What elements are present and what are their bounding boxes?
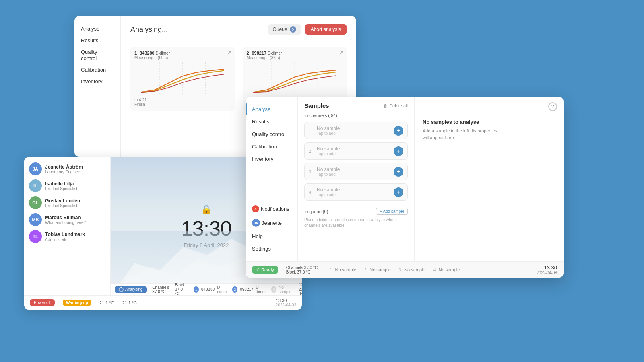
notifications-badge: 3 xyxy=(252,205,259,212)
properties-panel: ? No samples to analyse Add a sample to … xyxy=(415,97,564,261)
chart-1: ↗ 1 843280 D-dimer Measuring... (99 s) xyxy=(130,47,235,111)
mid-sample-2: 2 098217 D-dimer xyxy=(232,285,267,294)
footer-sample-label-1: No sample xyxy=(335,267,356,272)
queue-count: 0 xyxy=(290,26,296,33)
queue-hint: Place additional samples in queue to ana… xyxy=(304,217,408,228)
mid-block-temp: Block 37.0 °C xyxy=(175,283,185,296)
user-item-gl[interactable]: GL Gustav Lundén Product Specialist xyxy=(29,196,105,209)
sidebar-item-inventory[interactable]: Inventory xyxy=(81,77,114,86)
add-sample-btn-1[interactable]: + xyxy=(394,126,403,136)
front-nav-help[interactable]: Help xyxy=(246,230,297,243)
check-icon: ✓ xyxy=(256,267,260,272)
sample-row-4[interactable]: 4 No sample Tap to add + xyxy=(304,183,408,201)
channels-temp-label: 21.1 °C xyxy=(99,300,114,305)
spin-icon xyxy=(119,287,124,292)
delete-all-button[interactable]: 🗑 Delete all xyxy=(383,103,408,108)
footer-sample-label-3: No sample xyxy=(404,267,425,272)
sidebar-item-analyse[interactable]: Analyse xyxy=(81,24,114,33)
analysing-status-badge: Analysing xyxy=(115,286,147,293)
chart-1-id: 843280 xyxy=(140,51,155,56)
mid-sample-1: 1 843280 D-dimer xyxy=(194,285,228,294)
expand-icon-2[interactable]: ↗ xyxy=(339,50,343,56)
sample-text-2: No sample Tap to add xyxy=(317,146,390,156)
avatar-tl: TL xyxy=(29,230,42,243)
sidebar-item-calibration[interactable]: Calibration xyxy=(81,65,114,74)
samples-panel: Samples 🗑 Delete all In channels (0/4) 1… xyxy=(298,97,415,261)
user-item-mb[interactable]: MB Marcus Billman What am I doing here? xyxy=(29,213,105,226)
footer-date-main: 2022-04-03 xyxy=(276,303,296,307)
chart-2-label: 2 098217 D-dimer Measuring... (86 s) xyxy=(247,51,343,60)
footer-status: Warning up xyxy=(63,300,91,306)
footer-temp: Channels 37.0 °C Block 37.0 °C xyxy=(286,265,318,274)
sample-text-3: No sample Tap to add xyxy=(317,167,390,177)
no-samples-box: No samples to analyse Add a sample to th… xyxy=(423,119,503,141)
chart-1-test: D-dimer xyxy=(155,51,170,56)
power-off-button[interactable]: Power off xyxy=(30,299,55,306)
front-nav-settings[interactable]: Settings xyxy=(246,243,297,255)
sample-num-2: 2 xyxy=(232,286,237,293)
front-nav-results[interactable]: Results xyxy=(246,115,297,128)
mid-footer-date: 2022-04-03 xyxy=(299,287,302,296)
sample-row-2[interactable]: 2 No sample Tap to add + xyxy=(304,142,408,160)
in-queue-section: In queue (0) + Add sample Place addition… xyxy=(304,208,408,228)
footer-sample-3: 3 No sample xyxy=(399,267,425,272)
expand-icon-1[interactable]: ↗ xyxy=(227,50,231,56)
add-sample-btn-2[interactable]: + xyxy=(394,146,403,156)
front-nav-quality-control[interactable]: Quality control xyxy=(246,128,297,140)
footer-sample-num-3: 3 xyxy=(399,267,401,272)
user-item-il[interactable]: IL Isabelle Lilja Product Specialist xyxy=(29,179,105,192)
back-header: Analysing... Queue 0 Abort analysis xyxy=(130,24,347,35)
sample-sub-1: Tap to add xyxy=(317,131,390,136)
delete-icon: 🗑 xyxy=(383,103,388,108)
card-front-footer: ✓ Ready Channels 37.0 °C Block 37.0 °C 1… xyxy=(246,261,564,278)
sample-test-2: D-dimer xyxy=(256,285,267,294)
user-info-il: Isabelle Lilja Product Specialist xyxy=(45,181,77,191)
analysing-title: Analysing... xyxy=(130,25,168,34)
front-sidebar: Analyse Results Quality control Calibrat… xyxy=(246,97,298,261)
user-item-ja[interactable]: JA Jeanette Åström Laboratory Engineer xyxy=(29,162,105,175)
front-nav-notifications[interactable]: 3 Notifications xyxy=(246,202,297,216)
footer-sample-1: 1 No sample xyxy=(330,267,356,272)
sidebar-item-quality-control[interactable]: Quality control xyxy=(81,47,114,63)
in-channels-label: In channels (0/4) xyxy=(304,113,408,118)
add-sample-btn-4[interactable]: + xyxy=(394,187,403,197)
abort-button[interactable]: Abort analysis xyxy=(305,24,347,35)
sample-num-label-2: 2 xyxy=(309,149,314,154)
sample-sub-2: Tap to add xyxy=(317,152,390,156)
user-item-tl[interactable]: TL Tobias Lundmark Administrator xyxy=(29,230,105,243)
front-nav-calibration[interactable]: Calibration xyxy=(246,140,297,153)
mid-footer-time: 13:30 xyxy=(299,283,302,287)
chart-2-test: D-dimer xyxy=(268,51,282,56)
chart-1-footer: In 4:21 Finish xyxy=(134,98,231,107)
jeanette-label: Jeanette xyxy=(262,220,282,226)
sample-num-label-3: 3 xyxy=(309,169,314,174)
chart-1-time-sub: Finish xyxy=(134,102,145,107)
mid-samples-row: 1 843280 D-dimer 2 098217 D-dimer 3 No s… xyxy=(194,285,293,294)
add-sample-btn-3[interactable]: + xyxy=(394,167,403,177)
front-nav-inventory[interactable]: Inventory xyxy=(246,153,297,165)
sample-num-label-4: 4 xyxy=(309,190,314,195)
no-samples-title: No samples to analyse xyxy=(423,119,503,125)
sample-row-3[interactable]: 3 No sample Tap to add + xyxy=(304,163,408,180)
sample-row-1[interactable]: 1 No sample Tap to add + xyxy=(304,122,408,139)
front-nav-jeanette[interactable]: JA Jeanette xyxy=(246,216,297,230)
add-queue-button[interactable]: + Add sample xyxy=(376,208,408,215)
analysing-label: Analysing xyxy=(125,287,142,292)
warning-badge: Warning up xyxy=(63,300,91,306)
chart-2-id: 098217 xyxy=(252,51,266,56)
samples-title: Samples xyxy=(304,102,329,109)
footer-time-main: 13:30 xyxy=(276,298,296,303)
footer-sample-4: 4 No sample xyxy=(433,267,460,272)
sample-title-4: No sample xyxy=(317,187,390,193)
help-icon[interactable]: ? xyxy=(548,102,557,111)
footer-date: 2022-04-08 xyxy=(537,271,557,275)
front-nav-analyse[interactable]: Analyse xyxy=(246,103,297,115)
user-info-tl: Tobias Lundmark Administrator xyxy=(45,232,85,242)
sidebar-item-results[interactable]: Results xyxy=(81,36,114,45)
ready-label: Ready xyxy=(261,267,274,272)
footer-sample-label-4: No sample xyxy=(439,267,460,272)
footer-clock: 13:30 xyxy=(537,265,557,271)
sample-num-label-1: 1 xyxy=(309,128,314,133)
mid-sample-3: 3 No sample xyxy=(271,285,293,294)
sample-test-1: D-dimer xyxy=(217,285,228,294)
